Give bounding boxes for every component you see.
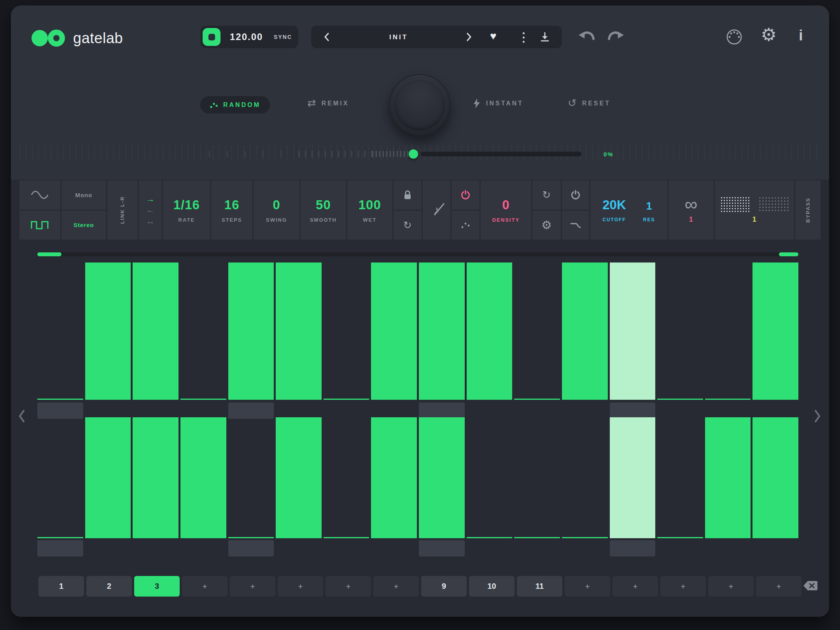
pattern-slot-14[interactable]: + (660, 576, 706, 597)
gate-step-right-5[interactable] (228, 417, 274, 557)
gate-step-right-2[interactable] (85, 417, 131, 557)
gate-step-right-3[interactable] (133, 417, 178, 557)
step-handle[interactable] (657, 540, 703, 556)
resonance-control[interactable]: 1 RES (643, 200, 655, 222)
filter-refresh-button[interactable]: ↻ (532, 180, 560, 210)
step-handle[interactable] (133, 402, 178, 419)
filter-type-button[interactable] (562, 211, 589, 240)
reset-button[interactable]: ↺ RESET (568, 98, 611, 108)
pattern-slot-3[interactable]: 3 (134, 576, 180, 597)
gate-zero-line[interactable] (514, 537, 560, 538)
gate-zero-line[interactable] (657, 399, 703, 400)
step-handle[interactable] (610, 540, 656, 556)
mono-toggle[interactable]: Mono (61, 180, 106, 210)
step-handle[interactable] (276, 540, 322, 556)
gate-step-left-2[interactable] (85, 262, 131, 419)
gate-zero-line[interactable] (657, 537, 703, 538)
gate-zero-line[interactable] (37, 399, 83, 400)
step-handle[interactable] (37, 402, 83, 419)
step-handle[interactable] (324, 402, 369, 419)
gate-bar[interactable] (705, 417, 751, 538)
res-value[interactable]: 1 (646, 200, 652, 212)
gate-bar[interactable] (133, 417, 178, 538)
preset-menu-button[interactable] (523, 32, 525, 43)
step-handle[interactable] (85, 402, 131, 419)
sync-toggle[interactable]: SYNC (274, 34, 292, 40)
gate-bar[interactable] (85, 417, 131, 538)
gate-bar-playhead[interactable] (610, 262, 656, 400)
gate-step-right-15[interactable] (705, 417, 751, 557)
wet-value[interactable]: 100 (359, 198, 381, 212)
infinity-value[interactable]: 1 (689, 215, 693, 224)
gate-step-left-3[interactable] (133, 262, 178, 419)
info-button[interactable]: i (799, 28, 803, 43)
clear-pattern-button[interactable] (803, 580, 818, 593)
cutoff-control[interactable]: 20K CUTOFF (602, 198, 626, 222)
step-handle[interactable] (467, 402, 513, 419)
step-handle[interactable] (180, 540, 226, 556)
pattern-slot-13[interactable]: + (612, 576, 658, 597)
step-handle[interactable] (562, 540, 608, 556)
noise-value[interactable]: 1 (752, 215, 756, 224)
pattern-slot-11[interactable]: 11 (517, 576, 562, 597)
gate-step-left-9[interactable] (419, 262, 465, 419)
direction-forward-button[interactable]: → (146, 194, 155, 205)
smooth-cell[interactable]: 50 SMOOTH (301, 180, 346, 240)
noise-pattern-a-icon[interactable] (720, 196, 751, 212)
slider-track[interactable] (421, 152, 581, 156)
gate-zero-line[interactable] (705, 399, 751, 400)
gate-zero-line[interactable] (324, 399, 369, 400)
gate-bar[interactable] (467, 262, 513, 400)
gate-step-left-11[interactable] (514, 262, 560, 419)
step-handle[interactable] (85, 540, 131, 556)
pattern-slot-5[interactable]: + (230, 576, 275, 597)
gate-zero-line[interactable] (228, 537, 274, 538)
gate-bar[interactable] (85, 262, 131, 400)
pattern-slot-15[interactable]: + (708, 576, 754, 597)
density-cell[interactable]: 0 DENSITY (481, 180, 532, 240)
density-power-button[interactable] (452, 180, 479, 210)
stereo-toggle[interactable]: Stereo (61, 211, 106, 240)
infinity-cell[interactable]: ∞ 1 (668, 180, 714, 240)
pattern-slot-4[interactable]: + (182, 576, 228, 597)
cutoff-value[interactable]: 20K (602, 198, 626, 212)
loop-start-marker[interactable] (37, 252, 61, 256)
link-lr-toggle[interactable]: LINK L-R (119, 196, 125, 224)
steps-value[interactable]: 16 (224, 198, 240, 212)
gate-zero-line[interactable] (324, 537, 369, 538)
slider-thumb[interactable] (409, 149, 418, 159)
step-handle[interactable] (705, 540, 751, 556)
gate-step-right-9[interactable] (419, 417, 465, 557)
gate-bar[interactable] (562, 262, 608, 400)
gate-zero-line[interactable] (514, 399, 560, 400)
gate-bar[interactable] (276, 262, 322, 400)
step-handle[interactable] (276, 402, 322, 419)
gate-zero-line[interactable] (562, 537, 608, 538)
step-handle[interactable] (371, 540, 417, 556)
gate-step-right-6[interactable] (276, 417, 322, 557)
gate-step-right-16[interactable] (752, 417, 798, 557)
pattern-slot-8[interactable]: + (373, 576, 419, 597)
gate-step-right-12[interactable] (562, 417, 608, 557)
scroll-left-button[interactable] (18, 408, 26, 425)
gate-step-left-12[interactable] (562, 262, 608, 419)
gate-step-right-10[interactable] (467, 417, 513, 557)
step-handle[interactable] (133, 540, 178, 556)
gate-bar[interactable] (419, 417, 465, 538)
preset-prev-button[interactable] (324, 32, 330, 42)
midi-settings-button[interactable] (726, 28, 743, 47)
step-handle[interactable] (514, 402, 560, 419)
rate-value[interactable]: 1/16 (173, 198, 200, 212)
step-handle[interactable] (610, 402, 656, 419)
gate-bar[interactable] (228, 262, 274, 400)
step-handle[interactable] (705, 402, 751, 419)
density-random-button[interactable] (452, 211, 479, 240)
step-handle[interactable] (419, 402, 465, 419)
step-handle[interactable] (419, 540, 465, 556)
settings-button[interactable]: ⚙ (761, 26, 777, 44)
step-handle[interactable] (562, 402, 608, 419)
gate-zero-line[interactable] (37, 537, 83, 538)
wet-cell[interactable]: 100 WET (347, 180, 392, 240)
gate-zero-line[interactable] (180, 399, 226, 400)
gate-bar[interactable] (752, 417, 798, 538)
